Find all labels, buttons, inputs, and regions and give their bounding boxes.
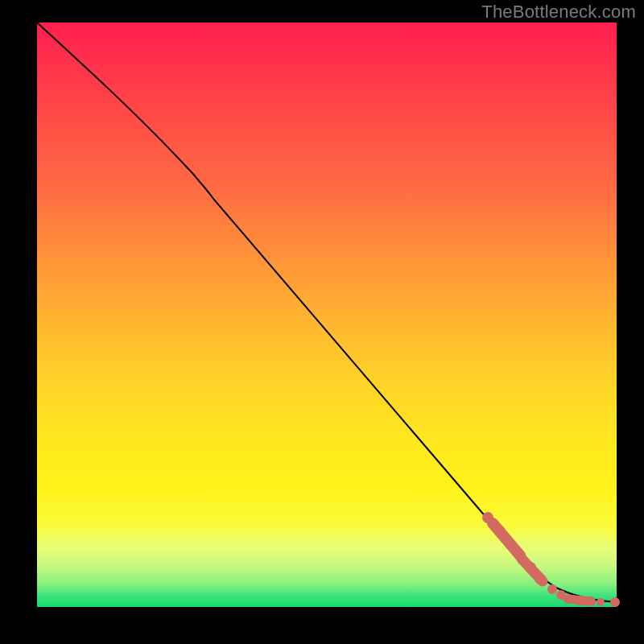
marker-dot (597, 598, 605, 606)
marker-dot (547, 584, 557, 594)
chart-svg (37, 23, 617, 607)
marker-dot (575, 596, 584, 605)
marker-dot (493, 525, 505, 536)
marker-dot (535, 573, 546, 584)
marker-dot (482, 512, 493, 523)
marker-dot (610, 597, 620, 607)
chart-frame: TheBottleneck.com (0, 0, 644, 644)
marker-dot (505, 539, 516, 550)
marker-dot (525, 562, 536, 573)
marker-dot (564, 594, 573, 604)
marker-dot (514, 550, 526, 561)
plot-area (37, 23, 617, 607)
chart-curve (37, 23, 617, 602)
attribution-text: TheBottleneck.com (481, 2, 636, 23)
marker-dot (586, 597, 596, 606)
